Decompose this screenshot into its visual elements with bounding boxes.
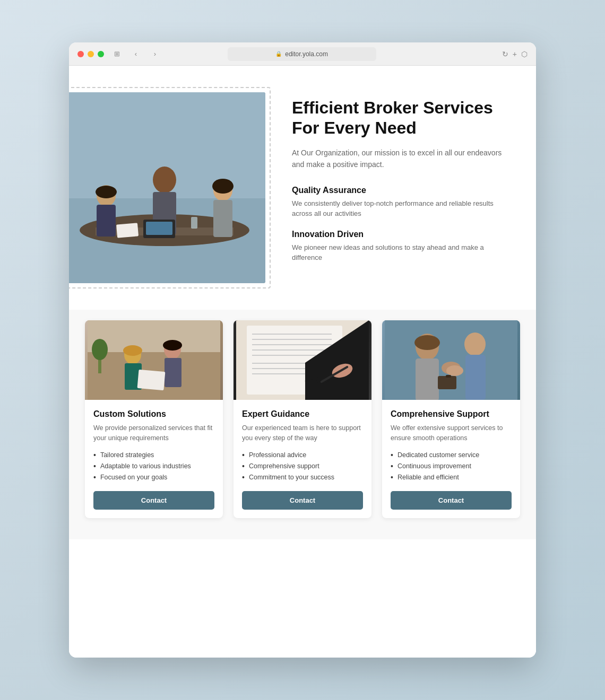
card-1-list-item-3: Focused on your goals: [93, 473, 214, 482]
svg-point-49: [446, 365, 463, 376]
hero-feature-1: Quality Assurance We consistently delive…: [292, 186, 504, 219]
url-text: editor.yola.com: [285, 50, 328, 58]
card-1-list-item-1: Tailored strategies: [93, 451, 214, 459]
svg-rect-31: [252, 344, 332, 345]
lock-icon: 🔒: [275, 51, 282, 57]
svg-point-23: [163, 340, 182, 351]
hero-feature-2: Innovation Driven We pioneer new ideas a…: [292, 230, 504, 263]
card-2-list-item-1: Professional advice: [242, 451, 363, 459]
hero-feature-2-title: Innovation Driven: [292, 230, 504, 239]
card-2-contact-button[interactable]: Contact: [242, 491, 363, 510]
svg-point-6: [153, 167, 176, 193]
svg-rect-32: [252, 349, 332, 351]
svg-rect-47: [465, 355, 486, 400]
svg-point-26: [92, 339, 108, 360]
minimize-button[interactable]: [88, 51, 94, 57]
card-1: Custom Solutions We provide personalized…: [85, 320, 223, 518]
svg-rect-33: [252, 355, 316, 356]
svg-rect-36: [252, 373, 305, 374]
card-1-list-item-2: Adaptable to various industries: [93, 462, 214, 470]
card-2-body: Expert Guidance Our experienced team is …: [234, 400, 371, 518]
svg-point-15: [212, 179, 234, 194]
toolbar-right: ↻ + ⬡: [502, 50, 528, 58]
browser-content: Efficient Broker Services For Every Need…: [69, 66, 536, 658]
card-3-desc: We offer extensive support services to e…: [391, 423, 512, 443]
add-tab-icon[interactable]: +: [513, 50, 517, 58]
browser-window: ⊞ ‹ › 🔒 editor.yola.com ↻ + ⬡: [69, 42, 536, 658]
hero-description: At Our Organization, our mission is to e…: [292, 147, 504, 171]
svg-rect-44: [416, 358, 439, 400]
card-1-image: [85, 320, 223, 400]
hero-image: [69, 92, 265, 283]
hero-section: Efficient Broker Services For Every Need…: [69, 66, 536, 310]
svg-rect-9: [213, 200, 232, 237]
card-2-desc: Our experienced team is here to support …: [242, 423, 363, 443]
svg-rect-51: [446, 375, 451, 378]
svg-point-45: [414, 335, 440, 350]
svg-point-20: [123, 345, 142, 356]
svg-rect-22: [165, 358, 182, 387]
hero-feature-1-title: Quality Assurance: [292, 186, 504, 195]
back-button[interactable]: ‹: [129, 48, 142, 60]
hero-feature-2-desc: We pioneer new ideas and solutions to st…: [292, 242, 504, 263]
card-3-list-item-2: Continuous improvement: [391, 462, 512, 470]
card-1-contact-button[interactable]: Contact: [93, 491, 214, 510]
card-3: Comprehensive Support We offer extensive…: [382, 320, 520, 518]
address-bar[interactable]: 🔒 editor.yola.com: [228, 47, 376, 61]
card-1-body: Custom Solutions We provide personalized…: [85, 400, 223, 518]
svg-rect-11: [146, 222, 172, 235]
card-3-contact-button[interactable]: Contact: [391, 491, 512, 510]
svg-rect-13: [116, 223, 139, 238]
card-2-title: Expert Guidance: [242, 409, 363, 419]
card-3-list: Dedicated customer service Continuous im…: [391, 451, 512, 482]
svg-rect-30: [252, 339, 332, 340]
card-3-title: Comprehensive Support: [391, 409, 512, 419]
card-2: Expert Guidance Our experienced team is …: [234, 320, 371, 518]
card-3-image: [382, 320, 520, 400]
svg-rect-12: [191, 217, 197, 229]
svg-rect-24: [137, 370, 166, 390]
cards-section: Custom Solutions We provide personalized…: [69, 310, 536, 539]
svg-rect-5: [97, 205, 116, 237]
browser-toolbar: ⊞ ‹ › 🔒 editor.yola.com ↻ + ⬡: [69, 42, 536, 66]
card-2-list-item-3: Commitment to your success: [242, 473, 363, 482]
refresh-icon[interactable]: ↻: [502, 50, 508, 58]
forward-button[interactable]: ›: [149, 48, 161, 60]
svg-point-14: [96, 186, 117, 198]
hero-text: Efficient Broker Services For Every Need…: [292, 87, 504, 288]
hero-image-border: [69, 87, 271, 288]
hero-feature-1-desc: We consistently deliver top-notch perfor…: [292, 198, 504, 219]
maximize-button[interactable]: [98, 51, 104, 57]
hero-title: Efficient Broker Services For Every Need: [292, 98, 504, 138]
svg-point-46: [464, 332, 486, 356]
card-3-list-item-1: Dedicated customer service: [391, 451, 512, 459]
card-2-list-item-2: Comprehensive support: [242, 462, 363, 470]
card-1-desc: We provide personalized services that fi…: [93, 423, 214, 443]
tabs-icon[interactable]: ⊞: [110, 48, 123, 60]
card-3-body: Comprehensive Support We offer extensive…: [382, 400, 520, 518]
card-1-title: Custom Solutions: [93, 409, 214, 419]
cards-grid: Custom Solutions We provide personalized…: [85, 320, 520, 518]
traffic-lights: [77, 51, 104, 57]
hero-image-wrapper: [69, 87, 271, 288]
svg-rect-50: [438, 376, 456, 389]
card-2-image: [234, 320, 371, 400]
card-2-list: Professional advice Comprehensive suppor…: [242, 451, 363, 482]
svg-rect-29: [252, 334, 332, 335]
card-1-list: Tailored strategies Adaptable to various…: [93, 451, 214, 482]
card-3-list-item-3: Reliable and efficient: [391, 473, 512, 482]
close-button[interactable]: [77, 51, 84, 57]
share-icon[interactable]: ⬡: [521, 50, 528, 58]
